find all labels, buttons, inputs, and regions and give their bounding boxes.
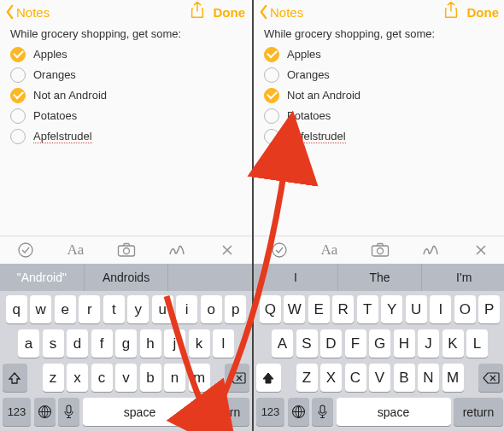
key-u[interactable]: u xyxy=(152,295,173,323)
checkbox-icon[interactable] xyxy=(10,88,26,103)
key-t[interactable]: T xyxy=(357,295,378,323)
key-v[interactable]: v xyxy=(115,364,137,392)
key-f[interactable]: f xyxy=(91,329,113,358)
list-item[interactable]: Apfelstrudel xyxy=(264,126,495,146)
mic-key[interactable] xyxy=(312,398,333,426)
mic-key[interactable] xyxy=(58,398,79,426)
key-s[interactable]: s xyxy=(43,329,64,358)
key-v[interactable]: V xyxy=(369,364,390,392)
list-item[interactable]: Potatoes xyxy=(10,106,242,125)
checkbox-icon[interactable] xyxy=(10,108,26,124)
checkbox-icon[interactable] xyxy=(10,47,26,62)
shift-key[interactable] xyxy=(3,364,27,392)
key-j[interactable]: J xyxy=(418,329,439,358)
font-tool[interactable]: Aa xyxy=(313,236,347,264)
space-key[interactable]: space xyxy=(83,398,197,426)
key-m[interactable]: m xyxy=(189,364,210,392)
list-item[interactable]: Not an Android xyxy=(264,85,495,105)
key-t[interactable]: t xyxy=(103,295,125,323)
numbers-key[interactable]: 123 xyxy=(3,398,31,426)
list-item[interactable]: Apples xyxy=(10,44,242,64)
space-key[interactable]: space xyxy=(337,398,451,426)
key-b[interactable]: B xyxy=(394,364,415,392)
list-item[interactable]: Apples xyxy=(264,44,495,64)
key-w[interactable]: W xyxy=(284,295,305,323)
checkbox-icon[interactable] xyxy=(10,129,26,144)
key-h[interactable]: H xyxy=(394,329,415,358)
suggestion-3[interactable] xyxy=(168,264,252,291)
close-tool[interactable] xyxy=(464,236,498,264)
key-g[interactable]: g xyxy=(115,329,137,358)
key-d[interactable]: D xyxy=(320,329,342,358)
sketch-tool[interactable] xyxy=(413,236,448,264)
globe-key[interactable] xyxy=(34,398,56,426)
sketch-tool[interactable] xyxy=(160,236,194,264)
key-i[interactable]: i xyxy=(176,295,197,323)
key-e[interactable]: E xyxy=(308,295,330,323)
key-z[interactable]: Z xyxy=(296,364,318,392)
key-p[interactable]: P xyxy=(478,295,500,323)
key-z[interactable]: z xyxy=(43,364,64,392)
close-tool[interactable] xyxy=(210,236,244,264)
suggestion-1[interactable]: I xyxy=(254,264,338,291)
note-body[interactable]: While grocery shopping, get some: Apples… xyxy=(0,26,252,147)
checklist-tool[interactable] xyxy=(9,236,43,264)
checkbox-icon[interactable] xyxy=(264,88,279,103)
return-key[interactable]: return xyxy=(454,398,503,426)
checkbox-icon[interactable] xyxy=(264,67,279,83)
list-item[interactable]: Oranges xyxy=(264,65,495,84)
key-u[interactable]: U xyxy=(406,295,427,323)
font-tool[interactable]: Aa xyxy=(59,236,93,264)
suggestion-3[interactable]: I'm xyxy=(422,264,504,291)
key-y[interactable]: y xyxy=(127,295,149,323)
done-button[interactable]: Done xyxy=(214,5,246,20)
back-button[interactable]: Notes xyxy=(257,4,303,20)
back-button[interactable]: Notes xyxy=(3,4,50,20)
key-e[interactable]: e xyxy=(55,295,76,323)
key-o[interactable]: O xyxy=(454,295,476,323)
key-a[interactable]: A xyxy=(272,329,293,358)
key-x[interactable]: X xyxy=(320,364,342,392)
key-a[interactable]: a xyxy=(18,329,39,358)
checkbox-icon[interactable] xyxy=(264,47,279,62)
key-c[interactable]: c xyxy=(91,364,113,392)
key-b[interactable]: b xyxy=(140,364,161,392)
key-y[interactable]: Y xyxy=(381,295,402,323)
suggestion-1[interactable]: "Android" xyxy=(0,264,85,291)
key-p[interactable]: p xyxy=(225,295,246,323)
list-item[interactable]: Apfelstrudel xyxy=(10,126,242,146)
list-item[interactable]: Not an Android xyxy=(10,85,242,105)
camera-tool[interactable] xyxy=(109,236,144,264)
key-m[interactable]: M xyxy=(442,364,464,392)
key-d[interactable]: d xyxy=(67,329,88,358)
key-s[interactable]: S xyxy=(296,329,318,358)
list-item[interactable]: Oranges xyxy=(10,65,242,84)
share-button[interactable] xyxy=(443,2,459,22)
key-r[interactable]: r xyxy=(79,295,100,323)
checklist-tool[interactable] xyxy=(262,236,296,264)
numbers-key[interactable]: 123 xyxy=(256,398,284,426)
suggestion-2[interactable]: Androids xyxy=(85,264,169,291)
key-j[interactable]: j xyxy=(164,329,185,358)
key-x[interactable]: x xyxy=(67,364,88,392)
key-o[interactable]: o xyxy=(201,295,222,323)
backspace-key[interactable] xyxy=(225,364,249,392)
checkbox-icon[interactable] xyxy=(264,129,279,144)
key-h[interactable]: h xyxy=(140,329,161,358)
key-l[interactable]: L xyxy=(466,329,488,358)
key-q[interactable]: q xyxy=(6,295,27,323)
key-r[interactable]: R xyxy=(332,295,354,323)
key-f[interactable]: F xyxy=(345,329,366,358)
checkbox-icon[interactable] xyxy=(10,67,26,83)
backspace-key[interactable] xyxy=(478,364,503,392)
suggestion-2[interactable]: The xyxy=(338,264,423,291)
checkbox-icon[interactable] xyxy=(264,108,279,124)
camera-tool[interactable] xyxy=(363,236,397,264)
key-g[interactable]: G xyxy=(369,329,390,358)
globe-key[interactable] xyxy=(288,398,309,426)
key-k[interactable]: K xyxy=(442,329,464,358)
checkbox-icon[interactable] xyxy=(264,149,279,165)
key-w[interactable]: w xyxy=(30,295,51,323)
key-k[interactable]: k xyxy=(189,329,210,358)
list-item[interactable]: Potatoes xyxy=(264,106,495,125)
